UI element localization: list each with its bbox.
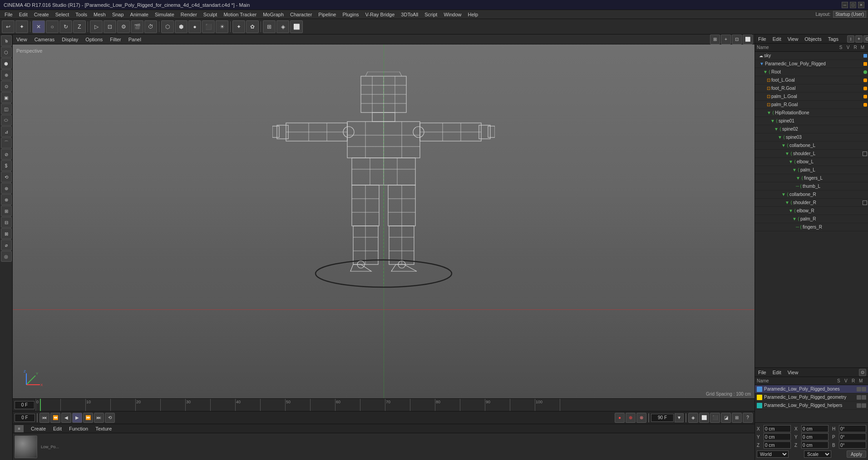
collar-r-expand-icon[interactable]: ▼ [781, 192, 786, 197]
paramedic-expand-icon[interactable]: ▼ [760, 61, 764, 66]
obj-row-spine03[interactable]: ▼ ⟨ spine03 [755, 133, 868, 142]
menu-pipeline[interactable]: Pipeline [316, 11, 339, 18]
obj-menu-file[interactable]: File [757, 36, 768, 42]
y-rot-input[interactable] [801, 433, 829, 440]
menu-mograph[interactable]: MoGraph [260, 11, 286, 18]
apply-button[interactable]: Apply [847, 450, 866, 458]
shoulder-r-expand-icon[interactable]: ▼ [785, 200, 789, 205]
menu-mesh[interactable]: Mesh [91, 11, 108, 18]
z-rot-input[interactable] [801, 441, 829, 449]
timeline-playhead[interactable] [40, 399, 41, 411]
obj-row-elbow-l[interactable]: ▼ ⟨ elbow_L [755, 158, 868, 166]
play-back-button[interactable]: ◀ [61, 413, 71, 423]
menu-3dtoall[interactable]: 3DToAll [398, 11, 421, 18]
scene-btn[interactable]: ⬛ [202, 20, 215, 33]
render-settings-btn[interactable]: ⚙ [117, 20, 130, 33]
obj-row-palm-l[interactable]: ⊡ palm_L.Goal [755, 93, 868, 101]
x-pos-input[interactable] [764, 425, 791, 432]
mat-menu-view[interactable]: View [786, 369, 800, 376]
go-start-button[interactable]: ⏮ [39, 413, 49, 423]
material-btn[interactable]: ● [188, 20, 201, 33]
obj-row-sky[interactable]: ☁ sky [755, 52, 868, 60]
menu-select[interactable]: Select [53, 11, 72, 18]
end-frame-input[interactable] [651, 414, 674, 422]
undo-button[interactable]: ↩ [2, 20, 15, 33]
object-list[interactable]: ☁ sky ▼ Paramedic_Low_Poly_Rigged [755, 52, 868, 367]
sidebar-mode-6[interactable]: ▣ [1, 92, 12, 103]
motion-btn6[interactable]: ? [743, 413, 753, 423]
obj-row-spine02[interactable]: ▼ ⟨ spine02 [755, 125, 868, 133]
obj-row-shoulder-r[interactable]: ▼ ⟨ shoulder_R [755, 199, 868, 207]
tab-create[interactable]: Create [29, 425, 48, 432]
obj-mgr-icon2[interactable]: + [855, 35, 863, 43]
magnet-btn[interactable]: ✿ [246, 20, 259, 33]
b-input[interactable] [839, 441, 866, 449]
world-select[interactable]: World Object [757, 450, 789, 458]
vp-icon-3[interactable]: ⊡ [732, 34, 742, 44]
timeline-btn[interactable]: ⏱ [144, 20, 157, 33]
spine01-expand-icon[interactable]: ▼ [770, 118, 775, 123]
light-btn[interactable]: ☀ [216, 20, 228, 33]
timeline-ruler[interactable]: // Will be rendered by JS below 01020304… [13, 398, 755, 411]
sidebar-mode-18[interactable]: ⊠ [1, 228, 12, 239]
root-expand-icon[interactable]: ▼ [763, 69, 768, 74]
menu-help[interactable]: Help [465, 11, 481, 18]
sidebar-mode-1[interactable]: 🖱 [1, 35, 12, 46]
record-btn[interactable]: ● [615, 413, 625, 423]
sidebar-mode-10[interactable]: ⌒ [1, 137, 12, 148]
spine02-expand-icon[interactable]: ▼ [774, 127, 779, 132]
menu-simulate[interactable]: Simulate [152, 11, 177, 18]
menu-snap[interactable]: Snap [109, 11, 127, 18]
move-tool[interactable]: ✕ [32, 20, 45, 33]
obj-row-palm-r-bone[interactable]: ▼ ⟨ palm_R [755, 215, 868, 223]
sidebar-mode-20[interactable]: ◎ [1, 251, 12, 262]
menu-character[interactable]: Character [287, 11, 315, 18]
record-stop-btn[interactable]: ⊗ [636, 413, 646, 423]
obj-mgr-icon3[interactable]: ⊙ [863, 35, 868, 43]
new-button[interactable]: ✦ [15, 20, 28, 33]
timeline-track[interactable]: // Will be rendered by JS below 01020304… [35, 399, 755, 411]
current-frame-input[interactable] [15, 401, 35, 409]
motion-btn1[interactable]: ◈ [688, 413, 698, 423]
vp-menu-view[interactable]: View [15, 36, 29, 43]
minimize-button[interactable]: ─ [842, 2, 848, 8]
motion-btn2[interactable]: ⬜ [699, 413, 709, 423]
snap-btn[interactable]: ✦ [232, 20, 245, 33]
menu-file[interactable]: File [2, 11, 15, 18]
shoulder-l-expand-icon[interactable]: ▼ [785, 151, 789, 156]
menu-motion-tracker[interactable]: Motion Tracker [221, 11, 259, 18]
mat-row-bones[interactable]: Paramedic_Low_Poly_Rigged_bones [755, 385, 868, 393]
fingers-l-expand-icon[interactable]: ▼ [796, 176, 800, 181]
scale-tool[interactable]: ○ [46, 20, 59, 33]
edit-render-btn[interactable]: 🎬 [131, 20, 143, 33]
mat-row-helpers[interactable]: Paramedic_Low_Poly_Rigged_helpers [755, 401, 868, 410]
sidebar-mode-12[interactable]: $ [1, 160, 12, 171]
sidebar-mode-5[interactable]: ⊙ [1, 81, 12, 92]
vp-menu-options[interactable]: Options [84, 36, 104, 43]
layout-selector[interactable]: Startup (User) [833, 11, 866, 18]
elbow-r-expand-icon[interactable]: ▼ [789, 208, 793, 213]
material-list[interactable]: Paramedic_Low_Poly_Rigged_bones Paramedi… [755, 385, 868, 422]
sidebar-mode-9[interactable]: ⊿ [1, 126, 12, 137]
tab-texture[interactable]: Texture [94, 425, 113, 432]
vp-icon-1[interactable]: ⊞ [710, 34, 720, 44]
texture-btn[interactable]: ⬢ [175, 20, 187, 33]
sidebar-mode-4[interactable]: ⊕ [1, 69, 12, 80]
vp-menu-filter[interactable]: Filter [108, 36, 123, 43]
obj-menu-view[interactable]: View [786, 36, 800, 42]
obj-row-shoulder-l[interactable]: ▼ ⟨ shoulder_L [755, 150, 868, 158]
tab-edit[interactable]: Edit [51, 425, 64, 432]
menu-script[interactable]: Script [422, 11, 440, 18]
transform-tool[interactable]: Z [73, 20, 86, 33]
maximize-button[interactable]: □ [850, 2, 856, 8]
menu-edit[interactable]: Edit [16, 11, 30, 18]
obj-row-thumb-l[interactable]: ─ ⟨ thumb_L [755, 182, 868, 191]
go-end-button[interactable]: ⏭ [94, 413, 104, 423]
step-fwd-button[interactable]: ⏩ [83, 413, 93, 423]
sidebar-mode-19[interactable]: ⌀ [1, 240, 12, 250]
obj-row-foot-r[interactable]: ⊡ foot_R.Goal [755, 84, 868, 93]
menu-tools[interactable]: Tools [73, 11, 90, 18]
vp-menu-display[interactable]: Display [60, 36, 80, 43]
close-button[interactable]: ✕ [858, 2, 864, 8]
obj-row-spine01[interactable]: ▼ ⟨ spine01 [755, 117, 868, 125]
